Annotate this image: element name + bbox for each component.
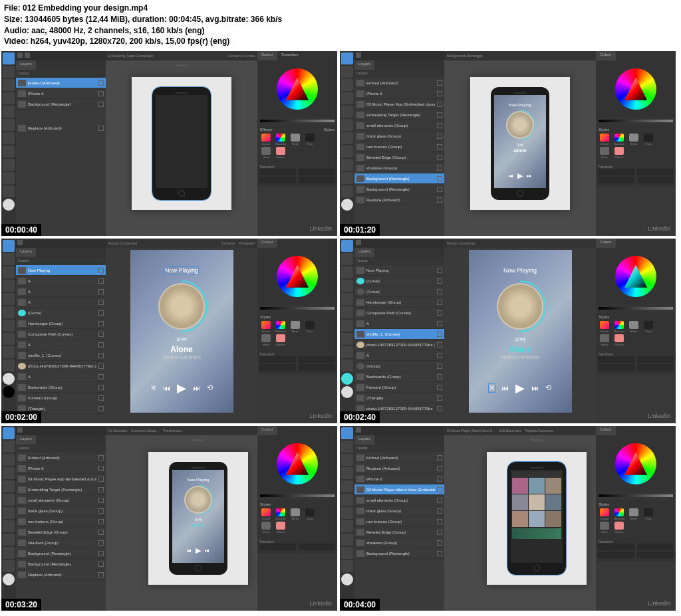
tool-icon[interactable] — [3, 66, 15, 78]
tool-icon[interactable] — [3, 172, 15, 184]
thumb-6: Layers Opacity Embed (Artboard) Replace … — [340, 426, 676, 611]
right-panel: ColourSwatches EffectsStyles Sunset Rain… — [257, 51, 337, 236]
tool-icon[interactable] — [3, 132, 15, 144]
tool-icon[interactable] — [3, 146, 15, 157]
tool-icon[interactable] — [3, 106, 15, 118]
opacity-row: Opacity — [16, 70, 106, 78]
timestamp: 00:00:40 — [1, 224, 41, 236]
watermark: Linkedin — [309, 225, 332, 232]
thumb-5: Layers Opacity Embed (Artboard) iPhone 6… — [1, 426, 337, 611]
tool-icon[interactable] — [3, 185, 15, 197]
transform-panel: Transform — [257, 163, 337, 187]
tool-icon[interactable] — [3, 159, 15, 171]
swatches-panel: EffectsStyles Sunset Rainbow Metal Onyx … — [257, 125, 337, 163]
file-metadata: File: 012 Embedding your design.mp4 Size… — [0, 0, 681, 50]
phone-mockup[interactable] — [152, 87, 211, 200]
tool-column — [1, 51, 16, 236]
panel-header — [16, 51, 106, 60]
canvas[interactable]: Background (Rectangle) Now Playing3:44Al… — [444, 51, 596, 236]
thumbnail-grid: Layers Opacity Embed (Artboard) iPhone 6… — [0, 50, 681, 612]
tool-icon[interactable] — [3, 119, 15, 131]
foreground-color-icon[interactable] — [3, 199, 15, 211]
thumb-4: Layers Opacity Now Playing (Curve) (Curv… — [340, 239, 676, 423]
layers-tab[interactable]: Layers — [16, 60, 36, 70]
move-tool-icon[interactable] — [3, 52, 15, 64]
tool-icon[interactable] — [3, 92, 15, 104]
music-player-design[interactable]: Now Playing 3:44 Alone Heather Hendricks… — [130, 250, 233, 413]
layer-list[interactable]: Embed (Artboard) iPhone 6 03 Music Playe… — [354, 78, 444, 236]
artboard: Embed — [132, 77, 231, 210]
thumb-2: Layers Opacity Embed (Artboard) iPhone 6… — [340, 51, 676, 236]
canvas[interactable]: Embedding Target (Rectangle)Convert to C… — [106, 51, 257, 236]
album-grid-view[interactable] — [511, 470, 563, 563]
tool-icon[interactable] — [3, 79, 15, 91]
color-wheel[interactable] — [257, 60, 337, 117]
thumb-3: Layers Opacity Now Playing A A A (Curve)… — [1, 239, 337, 423]
layers-panel: Layers Opacity Embed (Artboard) iPhone 6… — [16, 51, 106, 236]
layer-list[interactable]: Embed (Artboard) iPhone 6 Background (Re… — [16, 78, 106, 236]
thumb-1: Layers Opacity Embed (Artboard) iPhone 6… — [1, 51, 337, 236]
